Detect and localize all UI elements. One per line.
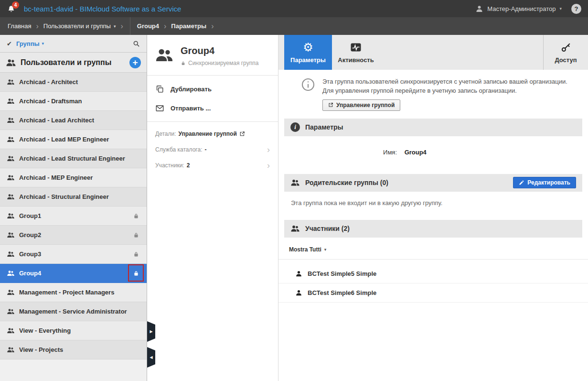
sidebar-item[interactable]: Group2 xyxy=(0,226,147,245)
breadcrumb-divider xyxy=(130,17,130,35)
breadcrumb-item[interactable]: Пользователи и группы ▾ xyxy=(43,22,116,30)
lock-icon xyxy=(133,232,139,239)
lock-icon xyxy=(133,213,139,219)
detail-header: Group4 Синхронизируемая группа xyxy=(147,35,278,75)
main-content: Эта группа пользователей синхронизируетс… xyxy=(278,70,588,381)
sidebar-item-label: Archicad - MEP Engineer xyxy=(19,174,93,181)
tab-parameters[interactable]: ⚙ Параметры xyxy=(284,35,332,70)
duplicate-action[interactable]: Дублировать xyxy=(147,79,278,98)
sidebar: ✔ Группы▾ Пользователи и группы + xyxy=(0,35,147,381)
lock-wrap xyxy=(132,269,140,278)
sidebar-item[interactable]: Group4 xyxy=(0,264,147,283)
detail-panel: Group4 Синхронизируемая группа Дублирова… xyxy=(147,35,278,381)
bimcloud-manager-window: 4 bc-team1-david - BIMcloud Software as … xyxy=(0,0,588,381)
sidebar-item[interactable]: Archicad - Lead MEP Engineer xyxy=(0,130,147,149)
details-row: Детали: Управление группой xyxy=(147,122,278,142)
group-icon xyxy=(155,45,174,65)
breadcrumb-chevron-icon: › xyxy=(36,22,38,30)
mail-icon xyxy=(155,104,164,113)
group-icon xyxy=(7,154,15,163)
group-icon xyxy=(290,224,300,233)
sidebar-item-label: Group3 xyxy=(19,250,41,258)
app-title: bc-team1-david - BIMcloud Software as a … xyxy=(24,5,181,13)
sidebar-item-label: View - Everything xyxy=(19,327,71,334)
chevron-down-icon: ▾ xyxy=(114,24,116,29)
info-text-line2: Для управления группой перейдите в учетн… xyxy=(322,87,567,96)
external-link-icon xyxy=(239,131,245,137)
pencil-icon xyxy=(519,180,524,185)
users-groups-icon xyxy=(6,57,16,68)
breadcrumb: Главная ▾ › Пользователи и группы ▾ › Gr… xyxy=(0,17,588,35)
sidebar-item[interactable]: Archicad - Architect xyxy=(0,73,147,92)
check-icon: ✔ xyxy=(7,40,12,47)
lock-icon xyxy=(133,270,139,277)
sidebar-item[interactable]: Archicad - Lead Architect xyxy=(0,111,147,130)
groups-filter-dropdown[interactable]: Группы▾ xyxy=(16,40,44,47)
external-link-icon xyxy=(328,102,333,108)
chevron-down-icon: ▾ xyxy=(324,247,327,252)
tab-activity[interactable]: Активность xyxy=(332,35,380,70)
user-menu[interactable]: Мастер-Администратор ▾ xyxy=(475,5,562,13)
sidebar-item[interactable]: Management - Service Administrator xyxy=(0,302,147,321)
breadcrumb-item[interactable]: Параметры ▾ xyxy=(171,22,206,30)
person-icon xyxy=(295,270,302,277)
topbar-right: Мастер-Администратор ▾ ? xyxy=(475,4,581,14)
gear-icon: ⚙ xyxy=(303,42,313,53)
breadcrumb-chevron-icon: › xyxy=(211,22,214,30)
tab-access[interactable]: Доступ xyxy=(543,35,588,70)
chevron-down-icon: ▾ xyxy=(559,6,562,11)
sidebar-collapse-handle[interactable]: ◀ xyxy=(147,347,155,368)
breadcrumb-list: Главная ▾ › Пользователи и группы ▾ › Gr… xyxy=(8,17,219,35)
group-icon xyxy=(7,135,15,143)
breadcrumb-item[interactable]: Group4 ▾ xyxy=(137,22,159,30)
sidebar-item[interactable]: Archicad - MEP Engineer xyxy=(0,168,147,187)
section-members: Участники (2) xyxy=(284,220,582,238)
help-button[interactable]: ? xyxy=(571,4,581,14)
sidebar-item-label: View - Projects xyxy=(19,346,63,353)
group-icon xyxy=(290,178,300,187)
manage-group-button[interactable]: Управление группой xyxy=(322,99,400,111)
member-row[interactable]: BCTest Simple5 Simple xyxy=(278,264,588,283)
group-icon xyxy=(7,174,15,182)
sidebar-item-label: Archicad - Draftsman xyxy=(19,98,82,105)
sidebar-item[interactable]: View - Projects xyxy=(0,340,147,359)
detail-subtitle: Синхронизируемая группа xyxy=(181,60,258,66)
group-icon xyxy=(7,250,15,258)
sidebar-item[interactable]: Group1 xyxy=(0,207,147,226)
sidebar-item[interactable]: Archicad - Draftsman xyxy=(0,92,147,111)
notifications-button[interactable]: 4 xyxy=(7,3,17,14)
sidebar-item[interactable]: Archicad - Structural Engineer xyxy=(0,187,147,207)
breadcrumb-chevron-icon: › xyxy=(120,22,123,30)
sidebar-header: Пользователи и группы + xyxy=(0,53,147,73)
sidebar-expand-handle[interactable]: ▶ xyxy=(147,321,155,342)
group-icon xyxy=(7,346,15,354)
group-icon xyxy=(7,212,15,220)
chevron-down-icon: ▾ xyxy=(42,41,44,46)
sidebar-item[interactable]: View - Everything xyxy=(0,321,147,340)
member-name: BCTest Simple5 Simple xyxy=(308,270,376,277)
member-row[interactable]: BCTest Simple6 Simple xyxy=(278,283,588,303)
manage-group-link[interactable]: Управление группой xyxy=(178,131,245,137)
main-panel: ⚙ Параметры Активность Доступ xyxy=(278,35,588,381)
section-parent-groups: Родительские группы (0) Редактировать xyxy=(284,174,582,192)
members-list: BCTest Simple5 Simple BCTest Simple6 Sim… xyxy=(278,259,588,303)
members-count-row[interactable]: Участники: 2 › xyxy=(147,157,278,173)
sidebar-header-title: Пользователи и группы xyxy=(21,58,111,67)
send-action[interactable]: Отправить ... xyxy=(147,98,278,118)
sidebar-item[interactable]: Archicad - Lead Structural Engineer xyxy=(0,149,147,168)
add-button[interactable]: + xyxy=(129,57,141,68)
edit-button[interactable]: Редактировать xyxy=(513,177,576,188)
members-filter-dropdown[interactable]: Mostra Tutti ▾ xyxy=(278,238,588,259)
lock-wrap xyxy=(132,250,140,259)
sidebar-item[interactable]: Management - Project Managers xyxy=(0,283,147,302)
group-icon xyxy=(7,116,15,124)
search-icon[interactable] xyxy=(133,40,140,47)
notification-badge: 4 xyxy=(12,1,19,9)
group-icon xyxy=(7,327,15,335)
activity-icon xyxy=(350,42,362,53)
group-icon xyxy=(7,97,15,105)
directory-service-row[interactable]: Служба каталога: - › xyxy=(147,142,278,157)
info-badge-icon: i xyxy=(290,122,300,132)
sidebar-item[interactable]: Group3 xyxy=(0,245,147,264)
breadcrumb-item[interactable]: Главная ▾ xyxy=(8,22,31,30)
